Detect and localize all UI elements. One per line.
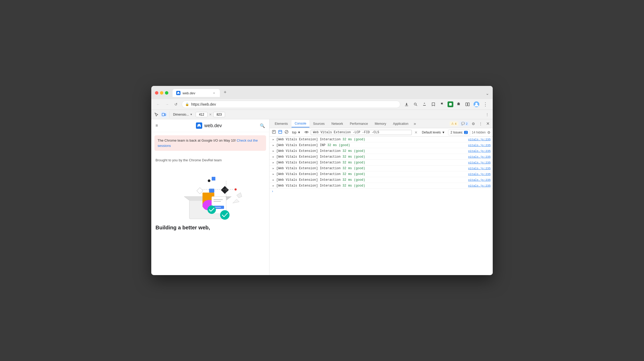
message-source[interactable]: vitals.js:235 [468, 173, 491, 176]
split-icon[interactable] [464, 101, 471, 108]
message-source[interactable]: vitals.js:235 [468, 149, 491, 153]
device-name: Dimensio... [173, 113, 189, 116]
bookmark-icon[interactable] [430, 101, 437, 108]
message-text: [Web Vitals Extension] INP 32 ms (good) [276, 143, 466, 147]
console-panel-icon[interactable] [278, 130, 283, 135]
reload-button[interactable]: ↺ [173, 101, 179, 107]
extensions-icon[interactable] [455, 101, 462, 108]
expand-icon[interactable]: ▶ [272, 173, 275, 176]
new-tab-button[interactable]: + [221, 89, 229, 96]
message-source[interactable]: vitals.js:235 [468, 167, 491, 170]
expand-icon[interactable]: ▶ [272, 167, 275, 170]
warning-badge[interactable]: ⚠ 4 [450, 121, 458, 126]
expand-icon[interactable]: ▶ [272, 144, 275, 147]
console-inspect-icon[interactable] [272, 130, 276, 135]
message-source[interactable]: vitals.js:235 [468, 155, 491, 158]
console-message[interactable]: ▶ [Web Vitals Extension] Interaction 32 … [269, 148, 493, 154]
svg-rect-31 [279, 130, 282, 133]
close-window-button[interactable] [155, 91, 158, 95]
console-message[interactable]: ▶ [Web Vitals Extension] Interaction 32 … [269, 166, 493, 171]
console-filter-input[interactable] [311, 130, 412, 135]
svg-point-1 [414, 103, 416, 105]
message-source[interactable]: vitals.js:235 [468, 178, 491, 182]
forward-button[interactable]: → [164, 101, 170, 107]
console-prompt-row: › [269, 189, 493, 194]
message-source[interactable]: vitals.js:235 [468, 161, 491, 164]
logo-icon [196, 122, 202, 129]
console-message[interactable]: ▶ [Web Vitals Extension] Interaction 32 … [269, 183, 493, 189]
devtools-settings-button[interactable]: ⚙ [471, 121, 476, 127]
width-input[interactable] [196, 112, 207, 117]
console-messages: ▶ [Web Vitals Extension] Interaction 32 … [269, 137, 493, 275]
live-expressions-button[interactable] [304, 130, 309, 135]
browser-window: web.dev × + ⌄ ← → ↺ 🔒 https://web.dev [151, 86, 493, 275]
info-count: 2 [466, 122, 468, 125]
minimize-window-button[interactable] [160, 91, 163, 95]
tab-sources[interactable]: Sources [310, 120, 328, 127]
lock-icon: 🔒 [185, 102, 189, 106]
tab-application[interactable]: Application [390, 120, 412, 127]
clear-console-button[interactable] [284, 130, 289, 135]
traffic-lights [155, 91, 168, 95]
search-icon[interactable]: 🔍 [260, 123, 265, 128]
site-logo: web.dev [196, 122, 222, 129]
expand-icon[interactable]: ▶ [272, 184, 275, 187]
top-selector[interactable]: top ▼ [290, 130, 302, 135]
console-message[interactable]: ▶ [Web Vitals Extension] Interaction 32 … [269, 154, 493, 160]
console-message[interactable]: ▶ [Web Vitals Extension] Interaction 32 … [269, 137, 493, 142]
tab-memory[interactable]: Memory [372, 120, 389, 127]
svg-point-26 [235, 188, 237, 190]
expand-icon[interactable]: ▶ [272, 138, 275, 141]
console-message[interactable]: ▶ [Web Vitals Extension] Interaction 32 … [269, 171, 493, 177]
active-tab[interactable]: web.dev × [173, 89, 220, 97]
extension-green-icon[interactable] [448, 101, 453, 107]
message-source[interactable]: vitals.js:235 [468, 138, 491, 141]
url-bar[interactable]: 🔒 https://web.dev [182, 101, 400, 108]
tab-overflow-button[interactable]: ⌄ [486, 91, 489, 96]
expand-icon[interactable]: ▶ [272, 161, 275, 164]
svg-point-20 [220, 210, 230, 220]
info-badge[interactable]: 💬 2 [460, 121, 469, 126]
tabs-overflow-button[interactable]: » [412, 120, 418, 127]
expand-icon[interactable]: ▶ [272, 149, 275, 153]
top-label: top [292, 131, 297, 134]
console-message[interactable]: ▶ [Web Vitals Extension] INP 32 ms (good… [269, 142, 493, 148]
tab-console[interactable]: Console [292, 120, 309, 127]
tab-performance[interactable]: Performance [347, 120, 371, 127]
message-source[interactable]: vitals.js:235 [468, 144, 491, 147]
device-dropdown-icon: ▼ [190, 113, 193, 116]
console-filter-settings-button[interactable]: ⚙ [487, 130, 491, 135]
info-icon: 💬 [461, 122, 465, 125]
console-message[interactable]: ▶ [Web Vitals Extension] Interaction 32 … [269, 177, 493, 183]
more-menu-button[interactable]: ⋮ [482, 101, 489, 108]
hamburger-icon[interactable]: ≡ [155, 123, 158, 128]
height-input[interactable] [213, 112, 225, 117]
tab-elements[interactable]: Elements [272, 120, 291, 127]
expand-icon[interactable]: ▶ [272, 155, 275, 158]
share-icon[interactable] [421, 101, 428, 108]
tab-close-button[interactable]: × [212, 91, 216, 95]
tab-network[interactable]: Network [328, 120, 346, 127]
device-toolbar-button[interactable] [161, 111, 167, 118]
maximize-window-button[interactable] [165, 91, 168, 95]
issues-button[interactable]: 2 Issues: 2 [448, 130, 470, 135]
message-source[interactable]: vitals.js:235 [468, 184, 491, 187]
filter-clear-button[interactable]: ✕ [413, 130, 419, 135]
zoom-icon[interactable] [412, 101, 419, 108]
back-button[interactable]: ← [155, 101, 161, 107]
svg-point-23 [208, 179, 210, 182]
device-select[interactable]: Dimensio... ▼ [172, 112, 194, 117]
devtools-tabs: Elements Console Sources Network Perform… [269, 119, 493, 128]
devtools-more-button[interactable]: ⋮ [478, 121, 484, 127]
flag-icon[interactable] [439, 101, 446, 108]
responsive-more-button[interactable]: ⋮ [484, 112, 491, 117]
devtools-close-button[interactable]: ✕ [485, 120, 491, 127]
svg-marker-29 [233, 199, 239, 203]
download-icon[interactable] [403, 101, 410, 108]
expand-icon[interactable]: ▶ [272, 178, 275, 182]
svg-point-7 [475, 103, 477, 105]
default-levels-selector[interactable]: Default levels ▼ [420, 130, 446, 135]
console-message[interactable]: ▶ [Web Vitals Extension] Interaction 32 … [269, 160, 493, 166]
profile-icon[interactable] [473, 101, 480, 108]
inspect-element-button[interactable] [153, 111, 160, 118]
